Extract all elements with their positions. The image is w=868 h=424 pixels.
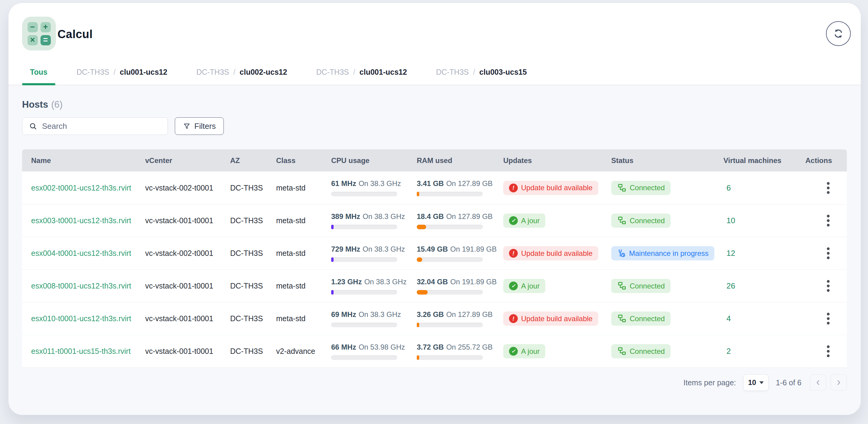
ram-used-value: 3.41 GB	[417, 179, 444, 187]
kebab-icon	[827, 313, 830, 315]
row-actions-button[interactable]	[822, 310, 835, 328]
row-actions-button[interactable]	[822, 212, 835, 230]
host-name-link[interactable]: esx003-t0001-ucs12-th3s.rvirt	[31, 216, 131, 225]
host-name-link[interactable]: esx011-t0001-ucs15-th3s.rvirt	[31, 347, 131, 356]
updates-label: Update build available	[521, 314, 592, 323]
host-name-link[interactable]: esx004-t0001-ucs12-th3s.rvirt	[31, 249, 131, 258]
cpu-used-value: 61 MHz	[331, 179, 356, 187]
tabs: Tous DC-TH3S / clu001-ucs12 DC-TH3S / cl…	[22, 68, 535, 85]
tab-clu003-ucs15[interactable]: DC-TH3S / clu003-ucs15	[428, 68, 535, 85]
chevron-left-icon	[814, 379, 822, 386]
search-box	[22, 117, 168, 135]
updates-badge: Update build available	[503, 246, 598, 261]
cpu-usage-bar	[331, 323, 397, 327]
updates-label: A jour	[521, 216, 539, 225]
updates-label: A jour	[521, 282, 539, 290]
row-actions-button[interactable]	[822, 244, 835, 263]
ram-used-value: 15.49 GB	[417, 245, 448, 253]
row-actions-button[interactable]	[822, 342, 835, 361]
tab-separator: /	[471, 68, 477, 76]
az-value: DC-TH3S	[230, 347, 263, 356]
kebab-icon	[827, 247, 830, 250]
table-row: esx011-t0001-ucs15-th3s.rvirt vc-vstack-…	[22, 335, 847, 367]
class-value: meta-std	[276, 281, 306, 290]
column-header-cpu-usage: CPU usage	[322, 149, 408, 172]
ram-total-value: On 191.89 GB	[450, 278, 497, 286]
cpu-usage-bar	[331, 290, 397, 295]
next-page-button[interactable]	[831, 374, 847, 391]
tab-cluster-name: clu001-ucs12	[360, 68, 407, 76]
ram-used-bar-fill	[417, 290, 428, 295]
host-name-link[interactable]: esx010-t0001-ucs12-th3s.rvirt	[31, 314, 131, 323]
connected-icon	[617, 346, 626, 356]
cpu-total-value: On 53.98 GHz	[359, 343, 405, 351]
search-input[interactable]	[42, 118, 167, 134]
tab-cluster-name: clu002-ucs12	[240, 68, 287, 76]
ram-used-bar	[417, 258, 483, 262]
vm-count-link[interactable]: 10	[726, 216, 735, 225]
hosts-title: Hosts	[22, 99, 48, 110]
ram-used-bar-fill	[417, 258, 422, 262]
tab-tous[interactable]: Tous	[22, 68, 55, 85]
status-badge: Connected	[611, 181, 671, 195]
host-name-link[interactable]: esx002-t0001-ucs12-th3s.rvirt	[31, 184, 131, 192]
refresh-icon	[833, 28, 844, 39]
cpu-total-value: On 38.3 GHz	[359, 179, 401, 187]
previous-page-button[interactable]	[810, 374, 826, 391]
hosts-count: (6)	[51, 99, 63, 110]
table-row: esx004-t0001-ucs12-th3s.rvirt vc-vstack-…	[22, 237, 847, 269]
table-row: esx008-t0001-ucs12-th3s.rvirt vc-vstack-…	[22, 269, 847, 302]
vm-count-link[interactable]: 4	[726, 314, 731, 323]
ram-used-value: 3.26 GB	[417, 310, 444, 319]
vcenter-value: vc-vstack-002-t0001	[145, 249, 213, 258]
cpu-total-value: On 38.3 GHz	[363, 245, 405, 253]
filters-label: Filters	[194, 122, 216, 131]
cpu-used-value: 69 MHz	[331, 310, 356, 319]
connected-icon	[617, 216, 626, 225]
class-value: meta-std	[276, 314, 306, 323]
host-name-link[interactable]: esx008-t0001-ucs12-th3s.rvirt	[31, 281, 131, 290]
update-status-icon	[509, 216, 518, 225]
ram-total-value: On 255.72 GB	[446, 343, 492, 351]
ram-used-bar-fill	[417, 192, 419, 196]
filters-button[interactable]: Filters	[175, 117, 224, 135]
tab-datacenter-prefix: DC-TH3S	[196, 68, 229, 76]
tab-cluster-name: clu001-ucs12	[120, 68, 167, 76]
cpu-usage-bar-fill	[331, 225, 334, 229]
cpu-used-value: 66 MHz	[331, 343, 356, 351]
column-header-class: Class	[267, 149, 322, 172]
page-size-select[interactable]: 10	[743, 374, 769, 391]
calcul-logo: − + × =	[22, 17, 56, 51]
cpu-used-value: 729 MHz	[331, 245, 360, 253]
calcul-panel: − + × = Calcul Tous DC-	[8, 3, 861, 415]
tab-clu001-ucs12[interactable]: DC-TH3S / clu001-ucs12	[69, 68, 175, 85]
status-label: Connected	[630, 282, 665, 290]
page-range: 1-6 of 6	[776, 378, 802, 387]
cpu-usage-bar	[331, 355, 397, 360]
status-label: Connected	[630, 184, 665, 192]
updates-badge: A jour	[503, 344, 545, 358]
update-status-icon	[509, 249, 518, 258]
vm-count-link[interactable]: 12	[726, 249, 735, 258]
tab-clu002-ucs12[interactable]: DC-TH3S / clu002-ucs12	[188, 68, 295, 85]
kebab-icon	[827, 345, 830, 348]
vm-count-link[interactable]: 26	[726, 281, 735, 291]
vcenter-value: vc-vstack-001-t0001	[145, 347, 213, 356]
status-badge: Connected	[611, 213, 671, 228]
page-background: − + × = Calcul Tous DC-	[0, 0, 868, 424]
update-status-icon	[509, 184, 518, 192]
ram-total-value: On 127.89 GB	[446, 310, 492, 319]
tab-label: Tous	[30, 68, 48, 76]
cpu-usage-bar	[331, 192, 397, 196]
vcenter-value: vc-vstack-001-t0001	[145, 314, 213, 323]
vm-count-link[interactable]: 2	[726, 346, 731, 356]
column-header-az: AZ	[221, 149, 267, 172]
row-actions-button[interactable]	[822, 179, 835, 197]
tab-datacenter-prefix: DC-TH3S	[76, 68, 109, 76]
refresh-button[interactable]	[826, 21, 851, 46]
row-actions-button[interactable]	[822, 277, 835, 295]
ram-used-bar-fill	[417, 225, 426, 229]
vm-count-link[interactable]: 6	[726, 183, 731, 193]
tab-clu001-ucs12[interactable]: DC-TH3S / clu001-ucs12	[308, 68, 415, 85]
ram-used-bar	[417, 323, 483, 327]
